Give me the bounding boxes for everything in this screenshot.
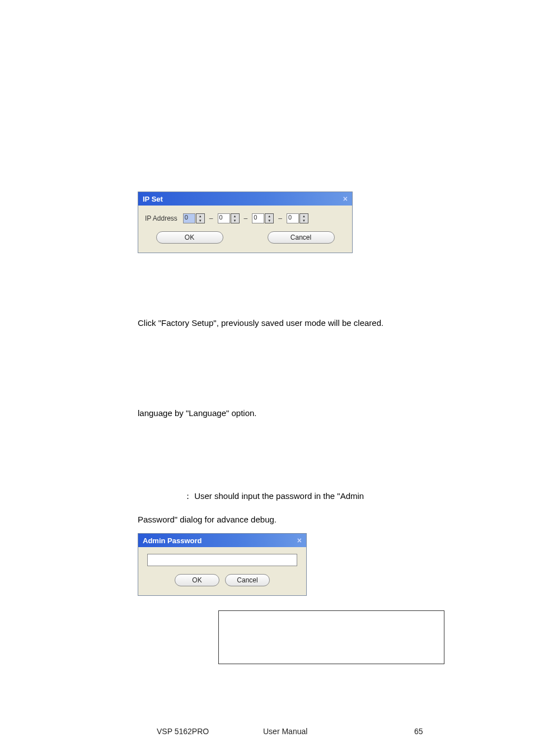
ip-sep: – <box>278 214 282 222</box>
ip-seg1-input[interactable]: 0 <box>183 213 195 223</box>
cancel-button[interactable]: Cancel <box>268 231 335 244</box>
admin-title: Admin Password <box>143 536 202 545</box>
ipset-title: IP Set <box>143 195 163 203</box>
ip-seg4-input[interactable]: 0 <box>287 213 299 223</box>
cancel-button[interactable]: Cancel <box>225 574 270 586</box>
ip-seg2-spinner[interactable]: ▲ ▼ <box>231 213 240 223</box>
spinner-down-icon[interactable]: ▼ <box>300 218 308 223</box>
spinner-down-icon[interactable]: ▼ <box>196 218 204 223</box>
spinner-up-icon[interactable]: ▲ <box>231 214 239 218</box>
ip-address-label: IP Address <box>145 214 177 222</box>
ip-seg1-spinner[interactable]: ▲ ▼ <box>196 213 205 223</box>
para-admin-line2: Password" dialog for advance debug. <box>138 513 395 526</box>
para-factory: Click "Factory Setup", previously saved … <box>138 316 395 330</box>
footer-right: 65 <box>414 727 423 736</box>
ip-seg3-input[interactable]: 0 <box>252 213 264 223</box>
spinner-down-icon[interactable]: ▼ <box>231 218 239 223</box>
ok-button[interactable]: OK <box>156 231 223 244</box>
empty-box <box>218 610 444 664</box>
spinner-down-icon[interactable]: ▼ <box>265 218 273 223</box>
ip-seg4-spinner[interactable]: ▲ ▼ <box>299 213 308 223</box>
footer-left: VSP 5162PRO <box>157 727 209 736</box>
admin-password-dialog: Admin Password × OK Cancel <box>138 533 307 596</box>
ipset-titlebar: IP Set × <box>138 192 352 206</box>
ip-seg3-spinner[interactable]: ▲ ▼ <box>265 213 274 223</box>
footer-center: User Manual <box>263 727 307 736</box>
ip-seg2-input[interactable]: 0 <box>218 213 230 223</box>
ipset-dialog: IP Set × IP Address 0 ▲ ▼ – 0 ▲ <box>138 192 353 253</box>
close-icon[interactable]: × <box>297 536 302 545</box>
ip-sep: – <box>209 214 213 222</box>
para-language: language by "Language" option. <box>138 407 395 420</box>
spinner-up-icon[interactable]: ▲ <box>196 214 204 218</box>
para-admin-colon: ： <box>184 491 192 501</box>
ok-button[interactable]: OK <box>175 574 219 586</box>
close-icon[interactable]: × <box>343 194 348 203</box>
admin-titlebar: Admin Password × <box>138 534 306 547</box>
ip-address-row: IP Address 0 ▲ ▼ – 0 ▲ ▼ – <box>145 213 345 223</box>
spinner-up-icon[interactable]: ▲ <box>300 214 308 218</box>
password-input[interactable] <box>147 554 297 566</box>
para-admin-line1: User should input the password in the "A… <box>194 491 364 501</box>
ip-sep: – <box>244 214 248 222</box>
spinner-up-icon[interactable]: ▲ <box>265 214 273 218</box>
